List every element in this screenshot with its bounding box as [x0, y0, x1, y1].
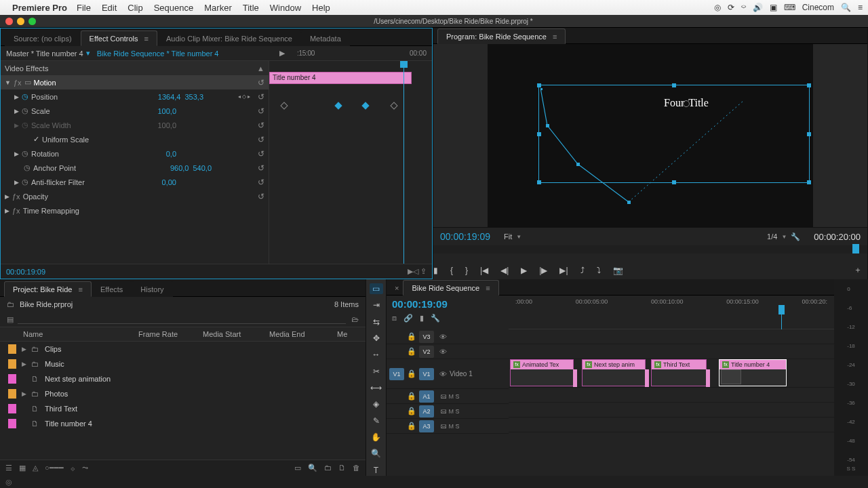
keyframe-icon[interactable] [390, 102, 397, 109]
type-tool-icon[interactable]: T [370, 465, 383, 476]
keyframe-icon[interactable] [334, 102, 342, 109]
fx-toggle-icon[interactable]: ƒx [14, 79, 22, 87]
reset-icon[interactable]: ↺ [258, 92, 264, 102]
ec-timecode[interactable]: 00:00:19:09 [6, 268, 45, 276]
program-viewer[interactable]: FourTitle [433, 44, 867, 227]
project-columns[interactable]: NameFrame RateMedia StartMedia EndMe [0, 327, 366, 342]
timeline-clip[interactable]: fxAnimated Tex [510, 359, 574, 386]
stopwatch-icon[interactable]: ◷ [22, 92, 28, 101]
traffic-lights[interactable] [5, 18, 36, 25]
timeline-clip-area[interactable]: fxAnimated Tex fxNext step anim fxThird … [509, 329, 834, 476]
dropdown-icon[interactable]: ▼ [781, 234, 787, 240]
audio-meter[interactable]: 0-6-12-18-24-30-36-42-48-54 S S [834, 279, 868, 476]
motion-path[interactable] [540, 88, 744, 210]
tab-source[interactable]: Source: (no clips) [5, 30, 81, 46]
step-back-icon[interactable]: ◀| [500, 266, 509, 275]
ec-rotation-row[interactable]: ▶ ◷ Rotation 0,0 ↺ [1, 146, 269, 161]
bin-icon[interactable]: 🗀 [7, 300, 14, 308]
ec-master-clip[interactable]: Master * Title number 4 [6, 49, 83, 58]
settings-icon[interactable]: 🔧 [791, 232, 800, 241]
rolling-edit-tool-icon[interactable]: ✥ [370, 333, 383, 344]
ec-sequence-clip[interactable]: Bike Ride Sequence * Title number 4 [97, 49, 219, 58]
timeline-settings-icon[interactable]: 🔧 [431, 314, 440, 323]
project-item[interactable]: ▶🗀Photos [0, 386, 366, 401]
zoom-slider[interactable]: ○━━━ [45, 464, 64, 472]
tab-sequence[interactable]: Bike Ride Sequence ≡ [403, 280, 498, 296]
input-icon[interactable]: ⌨ [784, 3, 795, 12]
ripple-edit-tool-icon[interactable]: ⇆ [370, 317, 383, 327]
hand-tool-icon[interactable]: ✋ [370, 432, 383, 443]
scale-value[interactable]: 100,0 [157, 107, 176, 115]
track-header-v1[interactable]: V1🔒V1👁Video 1 [387, 359, 509, 389]
keyframe-icon[interactable] [361, 102, 369, 109]
go-to-out-icon[interactable]: ▶| [559, 266, 568, 275]
playhead-icon[interactable] [852, 244, 859, 253]
find-icon[interactable]: 🔍 [308, 464, 317, 472]
timeline-clip-selected[interactable]: fxTitle number 4 [719, 359, 787, 386]
rate-stretch-tool-icon[interactable]: ↔ [370, 349, 383, 360]
ec-remap-row[interactable]: ▶ ƒx Time Remapping [1, 203, 269, 218]
dropdown-icon[interactable]: ▾ [86, 49, 90, 58]
cc-home-icon[interactable]: ◎ [5, 478, 12, 487]
project-item[interactable]: 🗋Title number 4 [0, 416, 366, 431]
list-view-icon[interactable]: ☰ [5, 464, 12, 472]
menu-help[interactable]: Help [312, 3, 330, 13]
stopwatch-icon[interactable]: ◷ [22, 106, 28, 115]
tab-history[interactable]: History [132, 281, 172, 297]
stopwatch-icon[interactable]: ◷ [24, 163, 31, 172]
timeline-timecode[interactable]: 00:00:19:09 [392, 298, 503, 310]
clear-icon[interactable]: 🗑 [353, 464, 360, 472]
razor-tool-icon[interactable]: ✂ [370, 366, 383, 377]
battery-icon[interactable]: ▣ [770, 3, 777, 12]
stopwatch-icon[interactable]: ◷ [22, 149, 28, 158]
track-header-a2[interactable]: 🔒A2🖂 M S [387, 404, 509, 419]
fx-toggle-icon[interactable]: ƒx [12, 207, 20, 215]
ec-flicker-row[interactable]: ▶ ◷ Anti-flicker Filter 0,00 ↺ [1, 175, 269, 189]
menu-title[interactable]: Title [243, 3, 259, 13]
menu-sequence[interactable]: Sequence [154, 3, 194, 13]
fx-toggle-icon[interactable]: ƒx [12, 192, 20, 201]
panel-menu-icon[interactable]: ≡ [551, 33, 557, 41]
timeline-clip[interactable]: fxNext step anim [582, 359, 646, 386]
ec-motion-row[interactable]: ▼ ƒx ▭ Motion ↺ [1, 75, 269, 89]
tab-effects[interactable]: Effects [92, 281, 132, 297]
reset-icon[interactable]: ↺ [258, 149, 264, 159]
user-label[interactable]: Cinecom [802, 3, 834, 12]
reset-icon[interactable]: ↺ [258, 192, 264, 201]
ec-clip-bar[interactable]: Title number 4 [269, 72, 412, 84]
reset-icon[interactable]: ↺ [258, 106, 264, 116]
reset-icon[interactable]: ↺ [258, 163, 264, 173]
timeline-clip[interactable]: fxThird Text [651, 359, 707, 386]
panel-menu-icon[interactable]: ≡ [142, 35, 149, 43]
keyframe-icon[interactable] [280, 102, 288, 109]
keyframe-nav[interactable]: ◂ ◇ ▸ [231, 94, 258, 100]
reset-icon[interactable]: ↺ [258, 135, 264, 144]
pen-tool-icon[interactable]: ✎ [370, 415, 383, 426]
add-marker-icon[interactable]: ▮ [433, 266, 438, 275]
loop-icon[interactable]: ▶◁ [408, 267, 418, 275]
menu-marker[interactable]: Marker [204, 3, 231, 13]
close-window-icon[interactable] [5, 18, 13, 25]
new-bin-icon[interactable]: 🗀 [324, 464, 332, 472]
spotlight-icon[interactable]: 🔍 [841, 3, 851, 12]
selection-tool-icon[interactable]: ▭ [370, 283, 383, 294]
collapse-icon[interactable]: ▲ [257, 64, 264, 73]
timeline-ruler[interactable]: :00:0000:00:05:0000:00:10:0000:00:15:000… [509, 296, 834, 329]
cc-icon[interactable]: ◎ [714, 3, 721, 12]
play-only-icon[interactable]: ▶ [279, 49, 285, 58]
track-header-v3[interactable]: 🔒V3👁 [387, 329, 509, 344]
ec-playhead[interactable] [403, 61, 404, 264]
tab-project[interactable]: Project: Bike Ride ≡ [4, 281, 92, 297]
direct-manip-icon[interactable]: ▭ [24, 78, 31, 87]
project-item[interactable]: ▶🗀Clips [0, 342, 366, 357]
menu-extras-icon[interactable]: ≡ [858, 3, 863, 12]
track-select-tool-icon[interactable]: ⇥ [370, 300, 383, 310]
app-name[interactable]: Premiere Pro [12, 3, 67, 13]
mark-in-icon[interactable]: { [450, 266, 453, 275]
dropdown-icon[interactable]: ▼ [516, 234, 521, 240]
snap-icon[interactable]: ⧈ [392, 314, 397, 323]
track-header-v2[interactable]: 🔒V2👁 [387, 344, 509, 359]
export-frame-icon[interactable]: 📷 [613, 266, 623, 275]
slip-tool-icon[interactable]: ⟷ [370, 382, 383, 393]
extract-icon[interactable]: ⤵ [597, 266, 601, 275]
